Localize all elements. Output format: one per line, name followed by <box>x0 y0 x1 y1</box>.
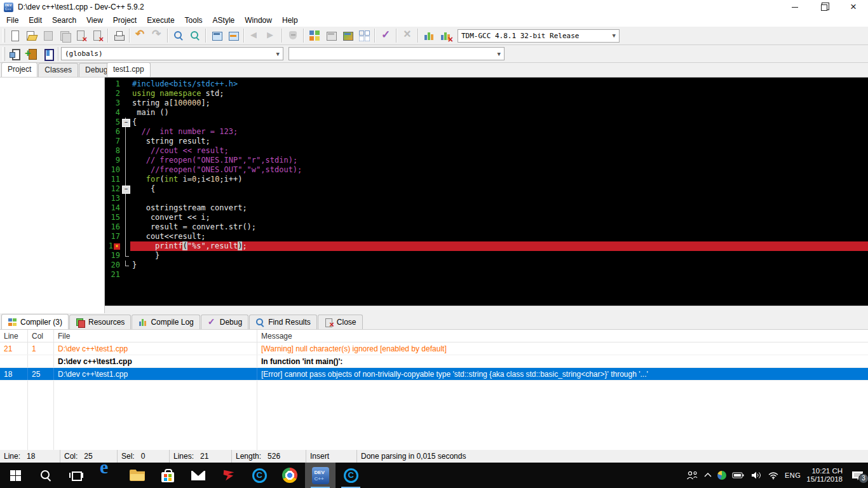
editor-hscrollbar[interactable] <box>105 306 868 313</box>
save-button[interactable] <box>39 28 56 44</box>
profile-delete-button[interactable] <box>437 28 454 44</box>
code-line-3[interactable]: 3string a[100000]; <box>105 98 868 108</box>
close-file-button[interactable] <box>72 28 89 44</box>
code-line-17[interactable]: 17 cout<<result; <box>105 232 868 241</box>
menu-project[interactable]: Project <box>108 15 142 26</box>
compile-button[interactable] <box>306 28 323 44</box>
code-line-10[interactable]: 10 //freopen("ONES.OUT","w",stdout); <box>105 165 868 175</box>
save-all-button[interactable] <box>56 28 72 44</box>
taskbar-edge-button[interactable] <box>92 463 122 488</box>
battery-icon[interactable] <box>732 471 745 479</box>
language-indicator[interactable]: ENG <box>785 471 801 479</box>
members-select[interactable]: ▼ <box>288 47 505 60</box>
open-file-button[interactable] <box>23 28 39 44</box>
project-panel[interactable] <box>0 78 105 306</box>
globals-select[interactable]: (globals)▼ <box>61 47 283 60</box>
menu-edit[interactable]: Edit <box>24 15 47 26</box>
code-line-5[interactable]: 5{ <box>105 118 868 127</box>
code-line-7[interactable]: 7 string result; <box>105 137 868 146</box>
code-line-16[interactable]: 16 result = convert.str(); <box>105 222 868 232</box>
rebuild-button[interactable] <box>356 28 372 44</box>
menu-execute[interactable]: Execute <box>142 15 179 26</box>
taskbar-mail-button[interactable] <box>183 463 214 488</box>
code-line-2[interactable]: 2using namespace std; <box>105 89 868 98</box>
code-line-11[interactable]: 11 for(int i=0;i<10;i++) <box>105 175 868 184</box>
run-button[interactable] <box>323 28 339 44</box>
code-line-12[interactable]: 12 { <box>105 184 868 194</box>
compiler-row[interactable]: 1825D:\dev c++\test1.cpp[Error] cannot p… <box>0 368 868 381</box>
minimize-button[interactable] <box>780 0 810 14</box>
compiler-row[interactable]: D:\dev c++\test1.cppIn function 'int mai… <box>0 355 868 368</box>
print-button[interactable] <box>111 28 127 44</box>
clock[interactable]: 10:21 CH 15/11/2018 <box>806 467 843 484</box>
taskbar-file-explorer-button[interactable] <box>122 463 153 488</box>
redo-button[interactable] <box>149 28 165 44</box>
restore-button[interactable] <box>810 0 839 14</box>
report-tab-compile-log[interactable]: Compile Log <box>132 315 200 329</box>
code-line-8[interactable]: 8 //cout << result; <box>105 146 868 156</box>
tab-project[interactable]: Project <box>1 62 37 77</box>
code-line-9[interactable]: 9 // freopen("ONES.INP","r",stdin); <box>105 156 868 165</box>
insert-button[interactable] <box>6 46 23 62</box>
idm-tray-icon[interactable] <box>717 471 726 480</box>
menu-search[interactable]: Search <box>47 15 81 26</box>
compiler-row[interactable]: 211D:\dev c++\test1.cpp[Warning] null ch… <box>0 342 868 355</box>
taskbar-task-view-button[interactable] <box>61 463 92 488</box>
compile-run-button[interactable] <box>339 28 356 44</box>
editor-tab-test1-cpp[interactable]: test1.cpp <box>107 62 151 77</box>
code-line-18[interactable]: 1× printf("%s",result); <box>105 241 868 251</box>
bookmark-add-button[interactable] <box>23 46 39 62</box>
taskbar-devcpp-button[interactable] <box>305 463 336 488</box>
code-line-15[interactable]: 15 convert << i; <box>105 213 868 222</box>
code-line-13[interactable]: 13 <box>105 194 868 203</box>
abort-button[interactable] <box>399 28 416 44</box>
find-in-files-button[interactable] <box>187 28 203 44</box>
wifi-icon[interactable] <box>768 471 779 480</box>
menu-astyle[interactable]: AStyle <box>208 15 240 26</box>
report-tab-close[interactable]: Close <box>318 315 363 329</box>
menu-help[interactable]: Help <box>277 15 303 26</box>
code-line-19[interactable]: 19 } <box>105 251 868 261</box>
new-file-button[interactable] <box>6 28 23 44</box>
report-tab-find-results[interactable]: Find Results <box>249 315 317 329</box>
tab-classes[interactable]: Classes <box>38 63 78 77</box>
menu-tools[interactable]: Tools <box>180 15 208 26</box>
taskbar-store-button[interactable] <box>153 463 183 488</box>
code-line-21[interactable]: 21 <box>105 270 868 280</box>
compiler-profile-select[interactable]: TDM-GCC 4.8.1 32-bit Release▼ <box>458 29 620 43</box>
close-button[interactable] <box>839 0 868 14</box>
menu-file[interactable]: File <box>1 15 24 26</box>
syntax-check-button[interactable] <box>377 28 394 44</box>
profile-button[interactable] <box>421 28 437 44</box>
code-editor[interactable]: 1#include<bits/stdc++.h>2using namespace… <box>105 78 868 306</box>
taskbar-coccoc-2-button[interactable] <box>336 463 366 488</box>
report-tab-debug[interactable]: Debug <box>201 315 248 329</box>
action-center-icon[interactable]: 3 <box>851 470 864 481</box>
taskbar-chrome-button[interactable] <box>275 463 305 488</box>
report-tab-resources[interactable]: Resources <box>69 315 131 329</box>
replace-button[interactable] <box>208 28 225 44</box>
code-line-1[interactable]: 1#include<bits/stdc++.h> <box>105 79 868 89</box>
menu-window[interactable]: Window <box>240 15 277 26</box>
code-line-20[interactable]: 20} <box>105 261 868 270</box>
taskbar-start-button[interactable] <box>0 463 31 488</box>
taskbar-garena-button[interactable] <box>214 463 244 488</box>
people-icon[interactable] <box>686 470 698 480</box>
code-line-14[interactable]: 14 ostringstream convert; <box>105 203 868 213</box>
back-button[interactable] <box>247 28 263 44</box>
code-line-6[interactable]: 6 // int number = 123; <box>105 127 868 137</box>
undo-button[interactable] <box>132 28 149 44</box>
bookmark-goto-button[interactable] <box>39 46 56 62</box>
menu-view[interactable]: View <box>81 15 108 26</box>
close-all-button[interactable] <box>89 28 105 44</box>
forward-button[interactable] <box>263 28 280 44</box>
goto-line-button[interactable] <box>225 28 241 44</box>
taskbar-coccoc-button[interactable] <box>244 463 275 488</box>
code-line-4[interactable]: 4 main () <box>105 108 868 118</box>
profile-shield-button[interactable] <box>285 28 301 44</box>
taskbar-search-button[interactable] <box>31 463 61 488</box>
volume-icon[interactable] <box>750 471 762 480</box>
report-tab-compiler-3[interactable]: Compiler (3) <box>1 314 69 329</box>
find-button[interactable] <box>170 28 187 44</box>
chevron-up-icon[interactable] <box>704 473 712 478</box>
